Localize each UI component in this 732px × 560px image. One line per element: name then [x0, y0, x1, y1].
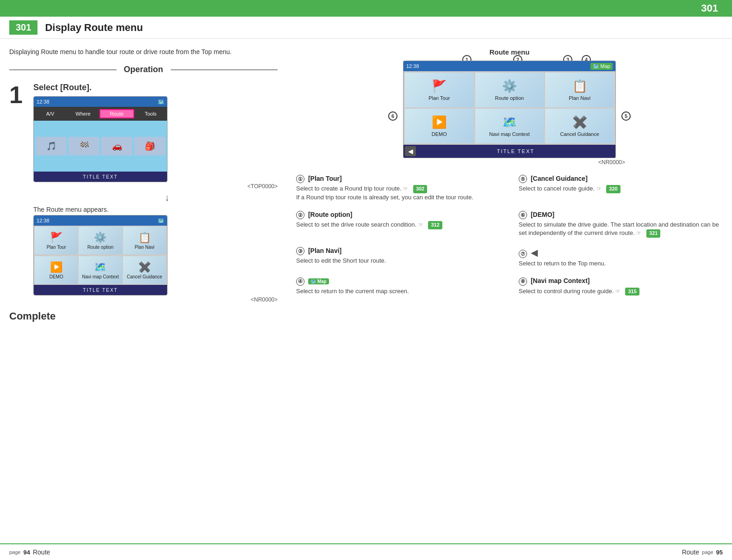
desc-cancel-guidance: ⑤ [Cancel Guidance] Select to cancel rou…	[519, 175, 723, 202]
footer-right-page-label: page	[702, 549, 713, 555]
diag-cell-demo: ▶️ DEMO	[405, 109, 474, 143]
desc-body-8: Select to control during route guide. ☞ …	[519, 287, 723, 295]
page-ref-badge-1: 302	[413, 185, 427, 193]
desc-body-4: Select to return to the current map scre…	[296, 287, 500, 295]
desc-title-6: [DEMO]	[531, 211, 554, 218]
screen-time: 12:38	[37, 99, 50, 105]
footer-right-page-num: 95	[716, 549, 723, 556]
desc-route-option: ② [Route option] Select to set the drive…	[296, 211, 500, 238]
route-menu-bottom-row: ▶️ DEMO 🗺️ Navi map Context ✖️ Cancel Gu…	[34, 255, 167, 285]
map-icon-small: 🗺️	[158, 99, 164, 105]
desc-num-8: ⑧	[519, 277, 527, 286]
route-cell-demo: ▶️ DEMO	[35, 256, 78, 284]
route-cell-navi-map: 🗺️ Navi map Context	[79, 256, 122, 284]
top-bar-number: 301	[701, 2, 718, 14]
desc-title-3: [Plan Navi]	[308, 247, 341, 254]
diag-cancel-label: Cancel Guidance	[560, 131, 599, 137]
desc-demo: ⑥ [DEMO] Select to simulate the drive gu…	[519, 211, 723, 238]
step-number-1: 1	[9, 83, 26, 303]
descriptions: ① [Plan Tour] Select to create a Round t…	[296, 175, 723, 299]
nav-item-where[interactable]: Where	[67, 110, 99, 117]
desc-body-3: Select to edit the Short tour route.	[296, 257, 500, 265]
map-icon-badge: 🗺️ Map	[308, 278, 329, 284]
desc-num-7: ⑦	[519, 250, 527, 258]
callout-5: 5	[621, 111, 631, 121]
diag-plan-tour-label: Plan Tour	[428, 95, 450, 101]
footer-left: page 94 Route	[9, 548, 50, 556]
route-option-label: Route option	[87, 245, 114, 250]
footer: page 94 Route Route page 95	[0, 543, 732, 560]
diagram-map-badge: 🗺️ Map	[590, 63, 613, 70]
screen-body-1: 🎵 🏁 🚗 🎒	[34, 121, 167, 172]
desc-num-3: ③	[296, 247, 304, 255]
arrow-down: ↓	[33, 192, 278, 203]
main-content: Displaying Route menu to handle tour rou…	[0, 39, 732, 332]
route-map-icon: 🗺️	[158, 218, 164, 224]
nav-item-av[interactable]: A/V	[34, 110, 67, 117]
desc-body-6: Select to simulate the drive guide. The …	[519, 221, 723, 238]
diagram-title-bar: ◀ TITLE TEXT	[403, 145, 615, 158]
page-ref-badge-2: 312	[428, 221, 442, 229]
page-ref-badge-6: 321	[646, 229, 660, 237]
screen-caption-2: <NR0000>	[33, 296, 278, 303]
desc-map-icon: ④ 🗺️ Map Select to return to the current…	[296, 277, 500, 295]
plan-navi-label: Plan Navi	[135, 245, 155, 250]
back-arrow-icon: ◀	[531, 247, 538, 258]
desc-num-6: ⑥	[519, 211, 527, 219]
page-header: 301 Display Route menu	[0, 17, 732, 39]
step-instruction-1: Select [Route].	[33, 83, 278, 92]
diagram-grid: 🚩 Plan Tour ⚙️ Route option 📋 Plan Navi	[403, 71, 615, 109]
diag-plan-navi-label: Plan Navi	[569, 95, 590, 101]
page-ref-text-6: ☞	[636, 230, 641, 236]
page-ref-badge-5: 320	[606, 185, 620, 193]
icon-flag: 🏁	[68, 137, 99, 155]
screen-top-bar-1: 12:38 🗺️	[34, 97, 167, 107]
diag-plan-tour-icon: 🚩	[432, 79, 447, 93]
diagram-screen: 12:38 🗺️ Map 🚩 Plan Tour ⚙️ Route option	[403, 61, 616, 158]
operation-header: Operation	[9, 65, 278, 74]
top-bar: 301	[0, 0, 732, 17]
diag-cell-plan-navi: 📋 Plan Navi	[545, 73, 614, 107]
route-cell-plan-navi: 📋 Plan Navi	[123, 227, 166, 254]
diagram-title-text: TITLE TEXT	[417, 148, 614, 154]
diagram-time: 12:38	[406, 63, 419, 69]
demo-label: DEMO	[50, 274, 63, 279]
diag-cell-route-option: ⚙️ Route option	[475, 73, 544, 107]
route-cell-cancel: ✖️ Cancel Guidance	[123, 256, 166, 284]
diag-route-option-label: Route option	[495, 95, 524, 101]
screen-title-text-1: TITLE TEXT	[83, 174, 118, 179]
icon-grid: 🎵 🏁 🚗 🎒	[34, 135, 167, 157]
op-line-right	[171, 69, 278, 70]
icon-music: 🎵	[36, 137, 67, 155]
page-ref-text-2: ☞	[418, 222, 423, 228]
diagram-back-btn[interactable]: ◀	[405, 146, 416, 156]
desc-title-8: [Navi map Context]	[531, 277, 590, 284]
route-menu-grid: 🚩 Plan Tour ⚙️ Route option 📋 Plan Navi	[34, 226, 167, 255]
desc-navi-map-context: ⑧ [Navi map Context] Select to control d…	[519, 277, 723, 295]
diag-cell-cancel: ✖️ Cancel Guidance	[545, 109, 614, 143]
left-column: Displaying Route menu to handle tour rou…	[9, 48, 278, 322]
nav-item-tools[interactable]: Tools	[134, 110, 167, 117]
plan-tour-label: Plan Tour	[47, 245, 66, 250]
icon-car: 🚗	[101, 137, 132, 155]
navi-map-label: Navi map Context	[82, 274, 118, 279]
step-1: 1 Select [Route]. 12:38 🗺️ A/V Where Rou…	[9, 83, 278, 303]
nav-item-route[interactable]: Route	[99, 109, 134, 118]
page-title: Display Route menu	[45, 22, 143, 34]
desc-num-2: ②	[296, 211, 304, 219]
diag-route-option-icon: ⚙️	[502, 79, 517, 93]
desc-num-1: ①	[296, 175, 304, 183]
desc-title-5: [Cancel Guidance]	[531, 175, 588, 182]
callout-6: 6	[388, 111, 397, 121]
operation-label: Operation	[120, 65, 167, 74]
nr-caption: <NR0000>	[394, 159, 625, 166]
navi-map-icon: 🗺️	[94, 261, 106, 273]
desc-title-2: [Route option]	[308, 211, 353, 218]
description-text: Displaying Route menu to handle tour rou…	[9, 48, 278, 55]
screen-footer-1: TITLE TEXT	[34, 172, 167, 182]
footer-left-page-label: page	[9, 549, 20, 555]
desc-num-4: ④	[296, 277, 304, 286]
right-column: Route menu 1 2 3 4 5 6 7 8 12:38 🗺️ Map	[296, 48, 723, 322]
cancel-icon: ✖️	[138, 261, 151, 273]
screen-nav-bar: A/V Where Route Tools	[34, 107, 167, 121]
